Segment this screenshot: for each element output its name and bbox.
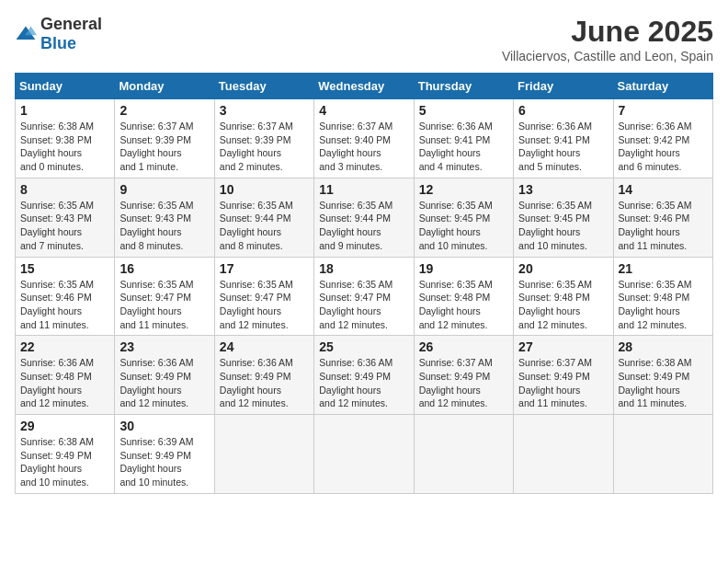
- day-info: Sunrise: 6:35 AM Sunset: 9:44 PM Dayligh…: [319, 199, 408, 253]
- day-info: Sunrise: 6:36 AM Sunset: 9:49 PM Dayligh…: [119, 356, 209, 410]
- calendar-cell: [214, 415, 313, 494]
- day-number: 24: [220, 339, 309, 354]
- column-header-wednesday: Wednesday: [314, 74, 414, 99]
- calendar-cell: 14 Sunrise: 6:35 AM Sunset: 9:46 PM Dayl…: [613, 178, 712, 257]
- location-subtitle: Villaciervos, Castille and Leon, Spain: [502, 49, 713, 63]
- calendar-cell: 7 Sunrise: 6:36 AM Sunset: 9:42 PM Dayli…: [613, 99, 712, 178]
- calendar-cell: 6 Sunrise: 6:36 AM Sunset: 9:41 PM Dayli…: [514, 99, 613, 178]
- logo-blue: Blue: [40, 34, 76, 52]
- day-info: Sunrise: 6:35 AM Sunset: 9:47 PM Dayligh…: [319, 278, 408, 332]
- day-info: Sunrise: 6:37 AM Sunset: 9:39 PM Dayligh…: [220, 120, 309, 174]
- day-number: 21: [619, 261, 708, 276]
- calendar-cell: 16 Sunrise: 6:35 AM Sunset: 9:47 PM Dayl…: [115, 257, 214, 336]
- day-info: Sunrise: 6:35 AM Sunset: 9:48 PM Dayligh…: [419, 278, 508, 332]
- calendar-cell: 3 Sunrise: 6:37 AM Sunset: 9:39 PM Dayli…: [214, 99, 313, 178]
- column-header-monday: Monday: [115, 74, 214, 99]
- day-info: Sunrise: 6:35 AM Sunset: 9:48 PM Dayligh…: [518, 278, 608, 332]
- calendar-cell: [613, 415, 712, 494]
- day-number: 23: [119, 339, 209, 354]
- day-info: Sunrise: 6:35 AM Sunset: 9:43 PM Dayligh…: [119, 199, 209, 253]
- day-number: 16: [119, 261, 209, 276]
- day-info: Sunrise: 6:35 AM Sunset: 9:47 PM Dayligh…: [220, 278, 309, 332]
- day-number: 4: [319, 103, 408, 118]
- calendar-cell: 2 Sunrise: 6:37 AM Sunset: 9:39 PM Dayli…: [115, 99, 214, 178]
- day-info: Sunrise: 6:35 AM Sunset: 9:44 PM Dayligh…: [220, 199, 309, 253]
- column-header-saturday: Saturday: [613, 74, 712, 99]
- day-number: 7: [619, 103, 708, 118]
- day-info: Sunrise: 6:38 AM Sunset: 9:49 PM Dayligh…: [20, 435, 109, 489]
- day-info: Sunrise: 6:35 AM Sunset: 9:43 PM Dayligh…: [20, 199, 109, 253]
- calendar-cell: 4 Sunrise: 6:37 AM Sunset: 9:40 PM Dayli…: [314, 99, 414, 178]
- day-number: 14: [619, 182, 708, 197]
- day-number: 3: [220, 103, 309, 118]
- calendar-cell: 27 Sunrise: 6:37 AM Sunset: 9:49 PM Dayl…: [514, 336, 613, 415]
- day-info: Sunrise: 6:39 AM Sunset: 9:49 PM Dayligh…: [119, 435, 209, 489]
- calendar-cell: 30 Sunrise: 6:39 AM Sunset: 9:49 PM Dayl…: [115, 415, 214, 494]
- day-number: 29: [20, 419, 109, 433]
- calendar-header-row: SundayMondayTuesdayWednesdayThursdayFrid…: [16, 74, 713, 99]
- day-number: 10: [220, 182, 309, 197]
- day-number: 15: [20, 261, 109, 276]
- day-info: Sunrise: 6:37 AM Sunset: 9:40 PM Dayligh…: [319, 120, 408, 174]
- logo-general: General: [40, 15, 102, 33]
- calendar-cell: 24 Sunrise: 6:36 AM Sunset: 9:49 PM Dayl…: [214, 336, 313, 415]
- calendar-cell: 11 Sunrise: 6:35 AM Sunset: 9:44 PM Dayl…: [314, 178, 414, 257]
- week-row-1: 1 Sunrise: 6:38 AM Sunset: 9:38 PM Dayli…: [16, 99, 713, 178]
- day-number: 27: [518, 339, 608, 354]
- day-number: 30: [119, 419, 209, 433]
- column-header-sunday: Sunday: [16, 74, 115, 99]
- day-number: 28: [619, 339, 708, 354]
- calendar-cell: 17 Sunrise: 6:35 AM Sunset: 9:47 PM Dayl…: [214, 257, 313, 336]
- column-header-friday: Friday: [514, 74, 613, 99]
- page-header: General Blue June 2025 Villaciervos, Cas…: [15, 15, 713, 63]
- calendar-cell: 18 Sunrise: 6:35 AM Sunset: 9:47 PM Dayl…: [314, 257, 414, 336]
- calendar-cell: [514, 415, 613, 494]
- calendar-cell: 13 Sunrise: 6:35 AM Sunset: 9:45 PM Dayl…: [514, 178, 613, 257]
- day-info: Sunrise: 6:35 AM Sunset: 9:47 PM Dayligh…: [119, 278, 209, 332]
- day-number: 22: [20, 339, 109, 354]
- day-number: 2: [119, 103, 209, 118]
- day-info: Sunrise: 6:36 AM Sunset: 9:42 PM Dayligh…: [619, 120, 708, 174]
- calendar-cell: 22 Sunrise: 6:36 AM Sunset: 9:48 PM Dayl…: [16, 336, 115, 415]
- day-info: Sunrise: 6:36 AM Sunset: 9:41 PM Dayligh…: [419, 120, 508, 174]
- day-number: 26: [419, 339, 508, 354]
- day-number: 1: [20, 103, 109, 118]
- calendar-cell: 21 Sunrise: 6:35 AM Sunset: 9:48 PM Dayl…: [613, 257, 712, 336]
- day-info: Sunrise: 6:35 AM Sunset: 9:45 PM Dayligh…: [518, 199, 608, 253]
- calendar-table: SundayMondayTuesdayWednesdayThursdayFrid…: [15, 73, 713, 494]
- day-info: Sunrise: 6:37 AM Sunset: 9:39 PM Dayligh…: [119, 120, 209, 174]
- logo: General Blue: [15, 15, 102, 53]
- calendar-cell: [314, 415, 414, 494]
- calendar-cell: 28 Sunrise: 6:38 AM Sunset: 9:49 PM Dayl…: [613, 336, 712, 415]
- day-number: 13: [518, 182, 608, 197]
- calendar-cell: 19 Sunrise: 6:35 AM Sunset: 9:48 PM Dayl…: [414, 257, 513, 336]
- calendar-cell: 5 Sunrise: 6:36 AM Sunset: 9:41 PM Dayli…: [414, 99, 513, 178]
- week-row-2: 8 Sunrise: 6:35 AM Sunset: 9:43 PM Dayli…: [16, 178, 713, 257]
- week-row-3: 15 Sunrise: 6:35 AM Sunset: 9:46 PM Dayl…: [16, 257, 713, 336]
- day-number: 17: [220, 261, 309, 276]
- day-number: 20: [518, 261, 608, 276]
- week-row-4: 22 Sunrise: 6:36 AM Sunset: 9:48 PM Dayl…: [16, 336, 713, 415]
- day-number: 18: [319, 261, 408, 276]
- calendar-cell: 29 Sunrise: 6:38 AM Sunset: 9:49 PM Dayl…: [16, 415, 115, 494]
- day-info: Sunrise: 6:35 AM Sunset: 9:45 PM Dayligh…: [419, 199, 508, 253]
- day-info: Sunrise: 6:36 AM Sunset: 9:49 PM Dayligh…: [220, 356, 309, 410]
- day-info: Sunrise: 6:35 AM Sunset: 9:46 PM Dayligh…: [619, 199, 708, 253]
- day-info: Sunrise: 6:36 AM Sunset: 9:41 PM Dayligh…: [518, 120, 608, 174]
- logo-icon: [15, 25, 37, 43]
- calendar-cell: 9 Sunrise: 6:35 AM Sunset: 9:43 PM Dayli…: [115, 178, 214, 257]
- calendar-cell: 1 Sunrise: 6:38 AM Sunset: 9:38 PM Dayli…: [16, 99, 115, 178]
- calendar-cell: 8 Sunrise: 6:35 AM Sunset: 9:43 PM Dayli…: [16, 178, 115, 257]
- calendar-cell: 26 Sunrise: 6:37 AM Sunset: 9:49 PM Dayl…: [414, 336, 513, 415]
- logo-text: General Blue: [40, 15, 102, 53]
- day-number: 5: [419, 103, 508, 118]
- week-row-5: 29 Sunrise: 6:38 AM Sunset: 9:49 PM Dayl…: [16, 415, 713, 494]
- day-number: 9: [119, 182, 209, 197]
- calendar-cell: [414, 415, 513, 494]
- month-title: June 2025: [502, 15, 713, 49]
- day-info: Sunrise: 6:35 AM Sunset: 9:46 PM Dayligh…: [20, 278, 109, 332]
- column-header-tuesday: Tuesday: [214, 74, 313, 99]
- day-info: Sunrise: 6:35 AM Sunset: 9:48 PM Dayligh…: [619, 278, 708, 332]
- calendar-cell: 23 Sunrise: 6:36 AM Sunset: 9:49 PM Dayl…: [115, 336, 214, 415]
- day-number: 25: [319, 339, 408, 354]
